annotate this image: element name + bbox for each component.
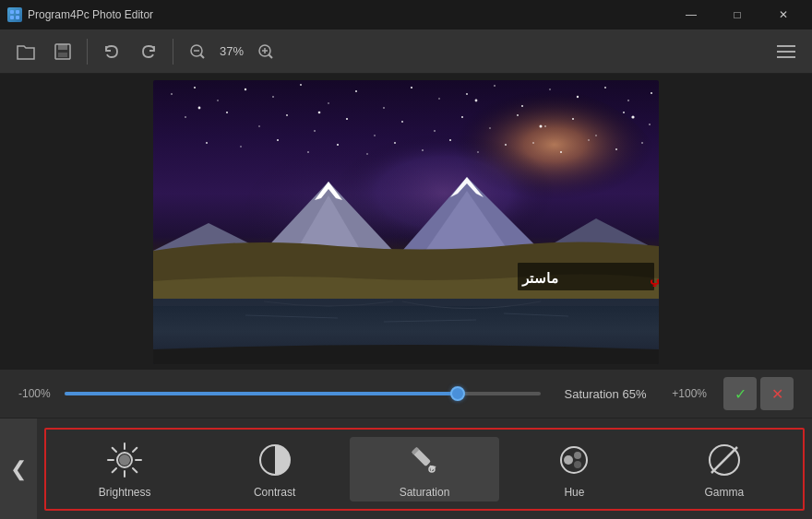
svg-line-13 [269,54,272,58]
contrast-label: Contrast [254,486,295,499]
svg-point-60 [307,151,309,153]
svg-point-24 [245,88,246,89]
slider-track-container[interactable] [65,392,541,395]
slider-center-label: Saturation 65% [550,387,661,401]
svg-point-31 [438,98,439,99]
svg-line-101 [133,447,137,451]
svg-point-34 [521,105,523,107]
saturation-icon [404,440,445,480]
separator-2 [173,39,173,65]
redo-button[interactable] [132,35,165,68]
brightness-label: Brightness [99,486,151,499]
zoom-value: 37% [220,44,244,58]
svg-line-114 [711,447,737,473]
svg-point-112 [574,461,581,468]
svg-point-26 [300,84,302,86]
svg-point-41 [226,112,228,113]
photo-image: ايجي ماستر [153,80,659,364]
svg-point-28 [355,90,357,92]
saturation-label: Saturation [400,486,450,499]
svg-point-54 [595,135,596,136]
svg-point-75 [631,115,634,118]
svg-point-23 [217,100,218,100]
close-button[interactable]: ✕ [762,0,805,29]
svg-point-68 [532,142,534,144]
svg-rect-3 [16,16,19,19]
zoom-out-button[interactable] [181,35,214,68]
svg-point-76 [318,111,321,113]
svg-point-50 [489,127,490,128]
svg-point-111 [574,452,581,459]
hue-icon [554,440,594,480]
confirm-cancel-button[interactable]: ✕ [760,377,794,410]
confirm-ok-button[interactable]: ✓ [723,377,757,410]
svg-point-59 [277,139,279,141]
svg-point-48 [434,130,436,132]
app-icon [7,7,22,22]
svg-point-58 [240,146,241,147]
app-title: Program4Pc Photo Editor [28,8,153,21]
toolbar-right [770,35,803,68]
contrast-tool[interactable]: Contrast [199,437,349,501]
svg-text:ماستر: ماستر [521,270,558,287]
gamma-tool[interactable]: Gamma [650,437,799,501]
svg-line-99 [113,447,116,451]
canvas-area: ايجي ماستر [0,74,812,370]
minimize-button[interactable]: — [670,0,712,29]
svg-line-102 [113,468,116,472]
svg-point-37 [604,87,606,88]
svg-point-42 [258,125,259,126]
svg-point-33 [494,85,496,87]
main-content: ايجي ماستر -100% Saturation 65% +100% ✓ … [0,74,812,519]
svg-point-63 [394,142,396,144]
gamma-label: Gamma [704,486,744,499]
svg-point-43 [286,114,288,116]
svg-rect-2 [10,16,14,19]
hue-tool[interactable]: Hue [499,437,649,501]
slider-thumb[interactable] [450,386,465,401]
slider-area: -100% Saturation 65% +100% ✓ ✕ [0,370,812,418]
brightness-tool[interactable]: Brightness [50,437,199,501]
svg-point-62 [366,153,367,154]
svg-point-69 [560,151,562,153]
svg-point-35 [549,88,550,89]
slider-track[interactable] [65,392,541,395]
brightness-icon [104,440,145,480]
toolbar: 37% [0,29,812,74]
menu-button[interactable] [770,35,803,68]
svg-point-21 [171,93,173,95]
svg-rect-90 [153,299,659,306]
svg-rect-5 [58,44,67,50]
undo-button[interactable] [95,35,128,68]
svg-point-64 [422,149,424,151]
svg-point-27 [328,102,328,103]
svg-rect-0 [10,10,14,14]
svg-point-47 [401,121,403,123]
bottom-panel: ❮ [0,418,812,519]
photo-canvas: ايجي ماستر [153,80,659,364]
contrast-icon [255,440,295,480]
save-button[interactable] [46,35,79,68]
svg-point-51 [517,114,519,116]
title-bar-left: Program4Pc Photo Editor [7,7,153,22]
maximize-button[interactable]: □ [716,0,758,29]
svg-point-25 [272,96,274,98]
title-bar-controls: — □ ✕ [670,0,805,29]
saturation-tool[interactable]: Saturation [350,437,499,501]
svg-rect-1 [16,10,19,14]
svg-point-36 [577,95,579,97]
nav-left-button[interactable]: ❮ [0,419,37,520]
svg-point-67 [505,144,507,146]
slider-max-label: +100% [670,387,707,400]
svg-point-61 [337,143,339,145]
open-button[interactable] [9,35,42,68]
svg-point-56 [649,124,651,125]
slider-min-label: -100% [18,387,55,400]
svg-point-53 [572,118,574,120]
zoom-in-button[interactable] [249,35,282,68]
svg-text:ايجي: ايجي [650,270,659,287]
svg-point-72 [641,142,643,144]
svg-point-49 [461,116,463,118]
svg-point-57 [206,142,208,144]
svg-point-74 [198,106,201,109]
